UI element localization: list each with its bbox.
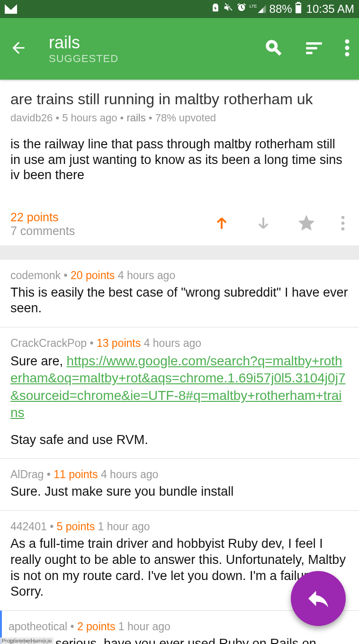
post-footer: 22 points 7 comments bbox=[10, 210, 349, 238]
reply-icon bbox=[305, 585, 332, 612]
comment-item[interactable]: CrackCrackPop • 13 points 4 hours ago Su… bbox=[0, 327, 359, 458]
comment-author[interactable]: AlDrag bbox=[10, 468, 44, 481]
comment-body: Sure. Just make sure you bundle install bbox=[10, 484, 349, 500]
comment-age: 4 hours ago bbox=[144, 337, 201, 349]
subreddit-title[interactable]: rails bbox=[49, 33, 264, 53]
downvote-icon[interactable] bbox=[255, 215, 272, 234]
alarm-icon bbox=[236, 2, 247, 16]
svg-rect-0 bbox=[296, 4, 300, 5]
svg-point-3 bbox=[345, 52, 350, 56]
svg-point-6 bbox=[341, 227, 345, 230]
post-comment-count: 7 comments bbox=[10, 224, 213, 238]
svg-point-5 bbox=[341, 221, 345, 225]
post-sub[interactable]: rails bbox=[126, 112, 145, 124]
comment-author[interactable]: 442401 bbox=[10, 520, 47, 533]
comment-points: 11 points bbox=[54, 468, 98, 481]
svg-point-2 bbox=[345, 46, 350, 50]
post-age: 5 hours ago bbox=[62, 112, 117, 124]
comment-points: 5 points bbox=[57, 520, 95, 533]
comment-author[interactable]: codemonk bbox=[10, 269, 61, 281]
post-meta: davidb26 • 5 hours ago • rails • 78% upv… bbox=[10, 112, 349, 124]
watermark: ProgrammerHumor.io bbox=[0, 637, 54, 644]
comment-body: If this is serious, have you ever used R… bbox=[9, 636, 349, 644]
section-gap bbox=[0, 245, 359, 260]
signal-icon: LTE bbox=[250, 4, 267, 14]
overflow-menu-icon[interactable] bbox=[345, 39, 350, 58]
battery-icon bbox=[295, 2, 302, 16]
app-title-block: rails SUGGESTED bbox=[49, 33, 264, 65]
post-upvote-pct: 78% upvoted bbox=[155, 112, 216, 124]
comment-author[interactable]: apotheotical bbox=[9, 620, 67, 633]
points-block: 22 points 7 comments bbox=[10, 210, 213, 238]
comment-points: 20 points bbox=[71, 269, 115, 281]
comment-points: 2 points bbox=[77, 620, 116, 633]
comment-author[interactable]: CrackCrackPop bbox=[10, 337, 87, 349]
app-actions bbox=[264, 38, 350, 59]
post-body: is the railway line that pass through ma… bbox=[10, 136, 349, 182]
reply-fab[interactable] bbox=[291, 571, 346, 626]
upvote-icon[interactable] bbox=[213, 215, 230, 234]
svg-point-4 bbox=[341, 216, 345, 219]
app-bar: rails SUGGESTED bbox=[0, 18, 359, 80]
status-left bbox=[5, 4, 211, 14]
comment-item[interactable]: codemonk • 20 points 4 hours ago This is… bbox=[0, 260, 359, 327]
sort-icon[interactable] bbox=[305, 41, 323, 57]
comment-item[interactable]: AlDrag • 11 points 4 hours ago Sure. Jus… bbox=[0, 458, 359, 510]
comment-points: 13 points bbox=[97, 337, 141, 349]
gmail-notification-icon bbox=[5, 4, 17, 14]
star-icon[interactable] bbox=[296, 213, 316, 235]
android-status-bar: LTE 88% 10:35 AM bbox=[0, 0, 359, 18]
comment-age: 4 hours ago bbox=[118, 269, 175, 281]
comment-body: Sure are, https://www.google.com/search?… bbox=[10, 353, 349, 448]
subreddit-subtitle: SUGGESTED bbox=[49, 53, 264, 65]
status-right: LTE 88% 10:35 AM bbox=[211, 2, 354, 16]
play-store-icon bbox=[211, 2, 220, 16]
comment-age: 1 hour ago bbox=[98, 520, 150, 533]
post-card: are trains still running in maltby rothe… bbox=[0, 80, 359, 245]
back-icon[interactable] bbox=[9, 39, 27, 59]
post-title[interactable]: are trains still running in maltby rothe… bbox=[10, 90, 349, 108]
post-author[interactable]: davidb26 bbox=[10, 112, 53, 124]
comment-age: 1 hour ago bbox=[118, 620, 171, 633]
search-icon[interactable] bbox=[264, 38, 283, 59]
post-points: 22 points bbox=[10, 210, 213, 224]
clock-label: 10:35 AM bbox=[306, 2, 354, 16]
comment-overflow-icon[interactable] bbox=[341, 216, 345, 233]
comment-body: This is easily the best case of "wrong s… bbox=[10, 285, 349, 317]
battery-pct-label: 88% bbox=[269, 2, 292, 16]
svg-point-1 bbox=[345, 39, 350, 44]
comment-age: 4 hours ago bbox=[101, 468, 158, 481]
mute-icon bbox=[223, 2, 233, 16]
